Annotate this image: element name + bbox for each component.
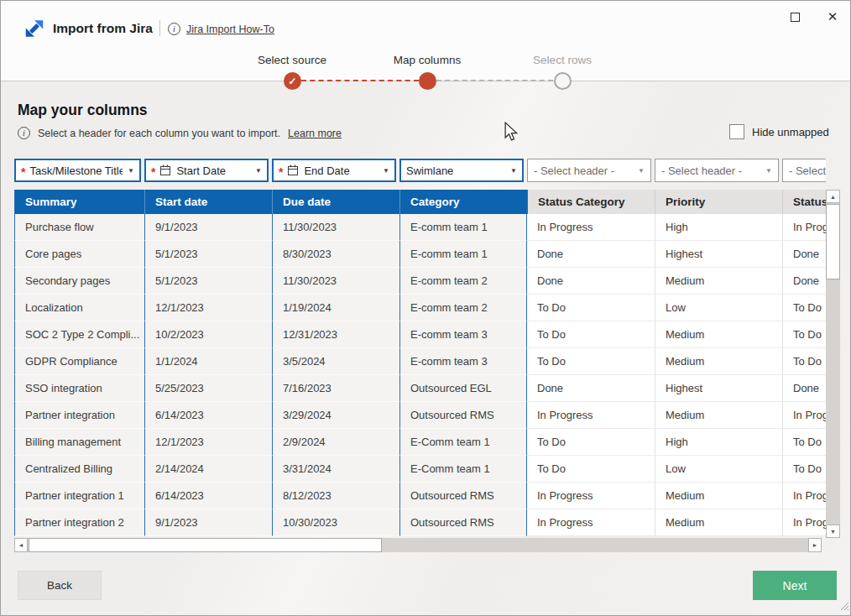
- cell: Outsourced EGL: [399, 375, 527, 402]
- cell: To Do: [527, 295, 655, 321]
- cell: Done: [527, 375, 655, 402]
- cell: 12/1/2023: [144, 429, 272, 456]
- column-header[interactable]: Status: [782, 190, 826, 214]
- column-selector[interactable]: * Start Date ▼: [144, 159, 269, 182]
- column-header[interactable]: Category: [399, 190, 527, 214]
- table-row: Billing management12/1/20232/9/2024E-Com…: [14, 429, 826, 456]
- cell: E-comm team 1: [399, 241, 527, 268]
- cell: To Do: [527, 429, 655, 456]
- cell: 3/31/2024: [272, 456, 399, 483]
- dialog-header: [1, 1, 850, 81]
- table-row: Purchase flow9/1/202311/30/2023E-comm te…: [14, 214, 826, 241]
- hide-unmapped-label: Hide unmapped: [752, 126, 829, 138]
- column-header[interactable]: Status Category: [527, 190, 655, 214]
- import-from-jira-dialog: Import from Jira i Jira Import How-To ✕ …: [0, 0, 851, 616]
- cell: In Progress: [782, 402, 826, 429]
- window-title: Import from Jira: [53, 21, 153, 36]
- selector-label: - Select header -: [534, 164, 614, 177]
- column-header-label: Due date: [283, 196, 331, 208]
- page-title: Map your columns: [18, 102, 148, 119]
- vertical-scrollbar[interactable]: ▲ ▼: [826, 190, 840, 538]
- cell: SOC 2 Type 2 Compli...: [14, 321, 144, 348]
- howto-link[interactable]: Jira Import How-To: [186, 23, 274, 35]
- cell: 5/1/2023: [144, 268, 272, 295]
- cell: 3/5/2024: [272, 348, 399, 375]
- cell: To Do: [527, 456, 655, 483]
- required-star: *: [151, 166, 155, 178]
- back-button[interactable]: Back: [18, 571, 102, 600]
- cell: Purchase flow: [14, 214, 144, 241]
- scroll-left-button[interactable]: ◄: [14, 538, 28, 552]
- horizontal-scroll-thumb[interactable]: [29, 538, 382, 552]
- info-icon: i: [168, 23, 180, 35]
- column-selector[interactable]: - Select header - ▼: [655, 159, 779, 182]
- hide-unmapped-toggle[interactable]: Hide unmapped: [729, 124, 829, 139]
- selector-label: - Select header -: [661, 164, 742, 177]
- cell: 5/25/2023: [144, 375, 272, 402]
- cell: Localization: [14, 295, 144, 321]
- column-header[interactable]: Priority: [655, 190, 782, 214]
- cell: Secondary pages: [14, 268, 144, 295]
- selector-label: End Date: [304, 164, 349, 177]
- preview-table: Summary Start date Due date Category Sta…: [14, 190, 826, 536]
- chevron-down-icon: ▼: [633, 167, 645, 175]
- table-row: Secondary pages5/1/202311/30/2023E-comm …: [14, 268, 826, 295]
- selector-label: Swimlane: [406, 164, 453, 177]
- vertical-scroll-thumb[interactable]: [826, 204, 840, 279]
- cell: To Do: [527, 348, 655, 375]
- jira-logo-icon: [23, 17, 46, 40]
- cell: Medium: [655, 321, 782, 348]
- cell: In Progress: [527, 509, 655, 536]
- learn-more-link[interactable]: Learn more: [288, 128, 342, 139]
- column-selector[interactable]: * End Date ▼: [272, 159, 396, 182]
- grid-header: Summary Start date Due date Category Sta…: [14, 190, 826, 214]
- step-circle-map-columns[interactable]: [419, 72, 436, 90]
- cell: Medium: [655, 509, 782, 536]
- cell: To Do: [782, 321, 826, 348]
- column-selector[interactable]: - Select header - ▼: [527, 159, 651, 182]
- chevron-down-icon: ▼: [378, 167, 389, 175]
- chevron-down-icon: ▼: [250, 167, 262, 175]
- info-text: Select a header for each column you want…: [38, 128, 280, 139]
- hide-unmapped-checkbox[interactable]: [729, 124, 744, 139]
- stepper-connector-upcoming: [436, 80, 553, 81]
- cell: To Do: [527, 321, 655, 348]
- calendar-icon: [287, 164, 299, 176]
- scroll-down-button[interactable]: ▼: [826, 525, 840, 538]
- cell: Done: [527, 268, 655, 295]
- cell: 8/12/2023: [272, 483, 399, 509]
- required-star: *: [279, 166, 283, 178]
- close-button[interactable]: ✕: [820, 7, 845, 27]
- cell: 10/30/2023: [272, 509, 399, 536]
- column-selector[interactable]: Swimlane ▼: [399, 159, 524, 182]
- cell: E-comm team 3: [399, 348, 527, 375]
- table-row: SOC 2 Type 2 Compli...10/2/202312/31/202…: [14, 321, 826, 348]
- column-selector[interactable]: - Select header - ▼: [782, 159, 826, 182]
- calendar-icon: [159, 164, 171, 176]
- resize-grip-icon[interactable]: [840, 598, 848, 613]
- step-label-select-source: Select source: [258, 54, 326, 66]
- cell: 9/1/2023: [144, 509, 272, 536]
- step-circle-select-rows[interactable]: [554, 72, 572, 90]
- column-header[interactable]: Due date: [272, 190, 399, 214]
- mouse-cursor-icon: [502, 122, 520, 145]
- column-selector-row: * Task/Milestone Title ▼ * Start Date ▼ …: [14, 159, 826, 184]
- cell: 7/16/2023: [272, 375, 399, 402]
- column-header[interactable]: Start date: [144, 190, 272, 214]
- table-row: Partner integration 16/14/20238/12/2023O…: [14, 483, 826, 509]
- cell: Centralized Billing: [14, 456, 144, 483]
- column-selector[interactable]: * Task/Milestone Title ▼: [14, 159, 141, 182]
- required-star: *: [21, 166, 25, 178]
- horizontal-scrollbar[interactable]: ◄ ►: [14, 538, 822, 552]
- scroll-up-button[interactable]: ▲: [826, 190, 840, 203]
- maximize-button[interactable]: [782, 7, 807, 27]
- cell: To Do: [782, 348, 826, 375]
- cell: In Progress: [527, 483, 655, 509]
- step-circle-select-source[interactable]: ✓: [284, 72, 301, 90]
- column-header[interactable]: Summary: [14, 190, 144, 214]
- next-button[interactable]: Next: [753, 571, 837, 600]
- column-header-label: Start date: [155, 196, 207, 208]
- cell: E-comm team 1: [399, 214, 527, 241]
- scroll-right-button[interactable]: ►: [808, 538, 822, 552]
- cell: Outsourced RMS: [399, 402, 527, 429]
